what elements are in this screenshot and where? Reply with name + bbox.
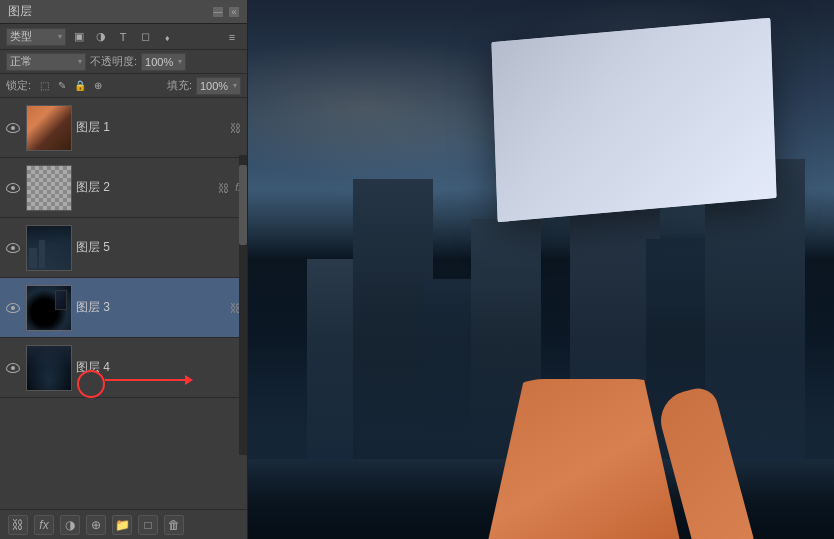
canvas-area	[248, 0, 834, 539]
red-circle-annotation	[77, 370, 105, 398]
fill-input[interactable]: 100% ▾	[196, 77, 241, 95]
search-type-dropdown[interactable]: 类型 ▾	[6, 28, 66, 46]
layer-name: 图层 5	[76, 239, 243, 256]
blend-mode-dropdown[interactable]: 正常 ▾	[6, 53, 86, 71]
eye-icon	[6, 303, 20, 313]
eye-icon	[6, 123, 20, 133]
shape-icon[interactable]: ◻	[136, 28, 154, 46]
layer-item[interactable]: 图层 5	[0, 218, 247, 278]
eye-icon	[6, 183, 20, 193]
layers-list[interactable]: 图层 1 ⛓ 图层 2 ⛓ fx 图层 5	[0, 98, 247, 509]
panel-toolbar: 类型 ▾ ▣ ◑ T ◻ ⬧ ≡	[0, 24, 247, 50]
layer-visibility-toggle[interactable]	[4, 359, 22, 377]
lock-row: 锁定: ⬚ ✎ 🔒 ⊕ 填充: 100% ▾	[0, 74, 247, 98]
panel-header: 图层 — «	[0, 0, 247, 24]
red-arrow-head	[185, 375, 193, 385]
lock-all-icon[interactable]: ⊕	[91, 79, 105, 93]
fill-label: 填充:	[167, 78, 192, 93]
layer-item[interactable]: 图层 1 ⛓	[0, 98, 247, 158]
hand-photo-area	[434, 319, 754, 539]
layer-name: 图层 3	[76, 299, 223, 316]
panel-title: 图层	[8, 3, 32, 20]
lock-label: 锁定:	[6, 78, 31, 93]
layer-visibility-toggle[interactable]	[4, 119, 22, 137]
layer-thumbnail	[26, 225, 72, 271]
lock-pixels-icon[interactable]: ⬚	[37, 79, 51, 93]
photo-card	[491, 18, 776, 223]
layer-visibility-toggle[interactable]	[4, 299, 22, 317]
panel-footer: ⛓ fx ◑ ⊕ 📁 □ 🗑	[0, 509, 247, 539]
layer-name: 图层 1	[76, 119, 223, 136]
type-icon[interactable]: T	[114, 28, 132, 46]
layer-thumbnail	[26, 285, 72, 331]
red-arrow-line	[105, 379, 185, 381]
delete-layer-button[interactable]: 🗑	[164, 515, 184, 535]
layer-name: 图层 2	[76, 179, 211, 196]
panel-menu-icon[interactable]: ≡	[223, 28, 241, 46]
layer-visibility-toggle[interactable]	[4, 239, 22, 257]
blend-mode-label: 正常	[10, 54, 32, 69]
chevron-down-icon: ▾	[58, 32, 62, 41]
layer-visibility-toggle[interactable]	[4, 179, 22, 197]
create-group-button[interactable]: 📁	[112, 515, 132, 535]
mask-icon[interactable]: ◑	[92, 28, 110, 46]
search-type-label: 类型	[10, 29, 32, 44]
eye-icon	[6, 363, 20, 373]
opacity-value-text: 100%	[145, 56, 173, 68]
layer-item[interactable]: 图层 2 ⛓ fx	[0, 158, 247, 218]
lock-position-icon[interactable]: 🔒	[73, 79, 87, 93]
fill-chevron-icon: ▾	[233, 81, 237, 90]
panel-collapse-button[interactable]: «	[229, 7, 239, 17]
adjustment-icon[interactable]: ⬧	[158, 28, 176, 46]
hand-shape	[484, 379, 684, 539]
lock-icons: ⬚ ✎ 🔒 ⊕	[37, 79, 105, 93]
layer-thumbnail	[26, 345, 72, 391]
create-layer-button[interactable]: □	[138, 515, 158, 535]
add-adjustment-button[interactable]: ⊕	[86, 515, 106, 535]
layer-thumbnail	[26, 105, 72, 151]
link-layers-button[interactable]: ⛓	[8, 515, 28, 535]
opacity-label: 不透明度:	[90, 54, 137, 69]
panel-controls: — «	[213, 7, 239, 17]
lock-paint-icon[interactable]: ✎	[55, 79, 69, 93]
panel-minimize-button[interactable]: —	[213, 7, 223, 17]
photo-card-inner	[491, 18, 776, 223]
panel-scrollbar[interactable]	[239, 155, 247, 455]
opacity-row: 不透明度: 100% ▾	[90, 53, 241, 71]
fill-value-text: 100%	[200, 80, 228, 92]
add-mask-button[interactable]: ◑	[60, 515, 80, 535]
scrollbar-thumb[interactable]	[239, 165, 247, 245]
arrow-annotation	[85, 375, 193, 385]
layer-item[interactable]: 图层 3 ⛓	[0, 278, 247, 338]
eye-icon	[6, 243, 20, 253]
link-icon[interactable]: ⛓	[227, 120, 243, 136]
add-fx-button[interactable]: fx	[34, 515, 54, 535]
link-icon[interactable]: ⛓	[215, 180, 231, 196]
opacity-chevron-icon: ▾	[178, 57, 182, 66]
fill-section: 填充: 100% ▾	[167, 77, 241, 95]
opacity-input[interactable]: 100% ▾	[141, 53, 186, 71]
layer-item[interactable]: 图层 4	[0, 338, 247, 398]
filter-icon[interactable]: ▣	[70, 28, 88, 46]
layers-panel: 图层 — « 类型 ▾ ▣ ◑ T ◻ ⬧ ≡ 正常 ▾ 不透明度: 100% …	[0, 0, 248, 539]
blend-mode-row: 正常 ▾ 不透明度: 100% ▾	[0, 50, 247, 74]
layer-thumbnail	[26, 165, 72, 211]
canvas-background	[248, 0, 834, 539]
blend-chevron-icon: ▾	[78, 57, 82, 66]
